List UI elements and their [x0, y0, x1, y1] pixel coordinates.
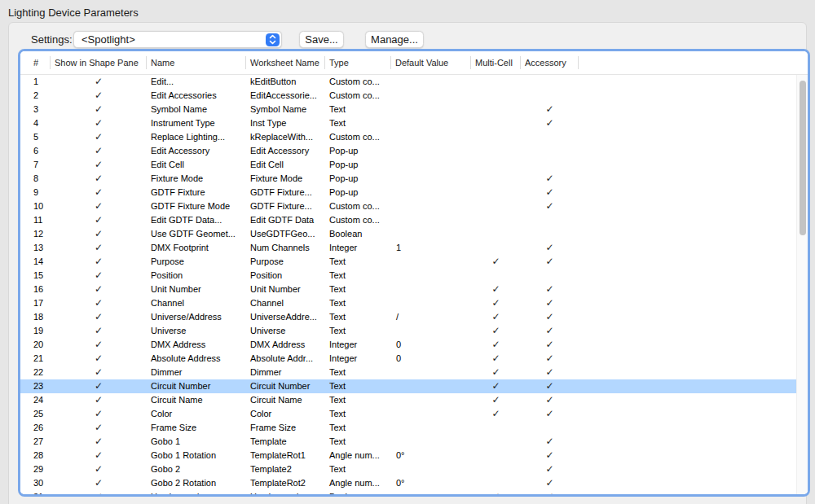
table-row[interactable]: 2✓Edit AccessoriesEditAccessorie...Custo… — [20, 89, 808, 103]
name-cell: Gobo 2 Rotation — [147, 476, 246, 490]
default-value-cell — [391, 130, 471, 144]
type-cell: Integer — [325, 338, 391, 352]
table-row[interactable]: 26✓Frame SizeFrame SizeText — [20, 421, 808, 435]
table-row[interactable]: 10✓GDTF Fixture ModeGDTF Fixture...Custo… — [20, 199, 808, 213]
table-row[interactable]: 22✓DimmerDimmerText✓✓ — [20, 366, 808, 379]
empty-cell — [471, 227, 521, 241]
column-header-number[interactable]: # — [20, 56, 51, 69]
column-header-type[interactable]: Type — [325, 56, 391, 69]
worksheet-name-cell: Num Channels — [246, 241, 325, 255]
table-row[interactable]: 19✓UniverseUniverseText✓✓ — [20, 324, 808, 338]
check-icon: ✓ — [51, 283, 147, 296]
column-header-default-value[interactable]: Default Value — [391, 56, 471, 69]
table-row[interactable]: 18✓Universe/AddressUniverseAddre...Text/… — [20, 310, 808, 324]
table-row[interactable]: 3✓Symbol NameSymbol NameText✓ — [20, 103, 808, 116]
check-icon: ✓ — [471, 283, 521, 296]
table-row[interactable]: 8✓Fixture ModeFixture ModePop-up✓ — [20, 172, 808, 186]
default-value-cell — [391, 490, 471, 497]
name-cell: Unit Number — [147, 283, 246, 296]
table-row[interactable]: 29✓Gobo 2Template2Text✓ — [20, 462, 808, 476]
check-icon: ✓ — [521, 324, 579, 338]
table-row[interactable]: 23✓Circuit NumberCircuit NumberText✓✓ — [20, 379, 808, 393]
check-icon: ✓ — [51, 393, 147, 407]
check-icon: ✓ — [51, 476, 147, 490]
type-cell: Angle num... — [325, 449, 391, 462]
scrollbar-thumb[interactable] — [800, 81, 806, 235]
check-icon: ✓ — [51, 338, 147, 352]
row-number: 15 — [20, 269, 51, 283]
type-cell: Angle num... — [325, 476, 391, 490]
save-button[interactable]: Save... — [299, 31, 344, 48]
table-row[interactable]: 9✓GDTF FixtureGDTF Fixture...Pop-up✓ — [20, 186, 808, 199]
check-icon: ✓ — [471, 324, 521, 338]
default-value-cell: 0° — [391, 476, 471, 490]
table-row[interactable]: 6✓Edit AccessoryEdit AccessoryPop-up — [20, 144, 808, 158]
empty-cell — [471, 158, 521, 172]
table-row[interactable]: 14✓PurposePurposeText✓✓ — [20, 255, 808, 269]
table-row[interactable]: 24✓Circuit NameCircuit NameText✓✓ — [20, 393, 808, 407]
table-row[interactable]: 28✓Gobo 1 RotationTemplateRot1Angle num.… — [20, 449, 808, 462]
empty-cell — [521, 269, 579, 283]
column-header-worksheet-name[interactable]: Worksheet Name — [246, 56, 325, 69]
column-header-multi-cell[interactable]: Multi-Cell — [471, 56, 521, 69]
check-icon: ✓ — [521, 462, 579, 476]
column-header-accessory[interactable]: Accessory — [521, 56, 579, 69]
table-row[interactable]: 31✓Use LegendUse LegendBoolean✓✓ — [20, 490, 808, 497]
check-icon: ✓ — [521, 393, 579, 407]
column-header-filler — [579, 56, 808, 69]
check-icon: ✓ — [521, 449, 579, 462]
row-number: 25 — [20, 407, 51, 421]
filler-cell — [579, 338, 808, 352]
default-value-cell: 0 — [391, 338, 471, 352]
type-cell: Text — [325, 255, 391, 269]
column-header-show-in-shape-pane[interactable]: Show in Shape Pane — [51, 56, 147, 69]
filler-cell — [579, 172, 808, 186]
check-icon: ✓ — [51, 449, 147, 462]
up-down-chevrons-icon — [266, 33, 280, 46]
row-number: 9 — [20, 186, 51, 199]
table-row[interactable]: 25✓ColorColorText✓✓ — [20, 407, 808, 421]
worksheet-name-cell: Inst Type — [246, 116, 325, 130]
empty-cell — [521, 130, 579, 144]
vertical-scrollbar[interactable] — [796, 75, 808, 494]
worksheet-name-cell: Template2 — [246, 462, 325, 476]
filler-cell — [579, 269, 808, 283]
type-cell: Custom co... — [325, 75, 391, 89]
filler-cell — [579, 462, 808, 476]
name-cell: Edit GDTF Data... — [147, 213, 246, 227]
table-row[interactable]: 4✓Instrument TypeInst TypeText✓ — [20, 116, 808, 130]
settings-dropdown-value: <Spotlight> — [82, 32, 135, 47]
column-header-name[interactable]: Name — [147, 56, 246, 69]
table-row[interactable]: 27✓Gobo 1TemplateText✓ — [20, 435, 808, 449]
table-row[interactable]: 16✓Unit NumberUnit NumberText✓✓ — [20, 283, 808, 296]
table-row[interactable]: 11✓Edit GDTF Data...Edit GDTF DataCustom… — [20, 213, 808, 227]
default-value-cell — [391, 172, 471, 186]
worksheet-name-cell: EditAccessorie... — [246, 89, 325, 103]
table-row[interactable]: 30✓Gobo 2 RotationTemplateRot2Angle num.… — [20, 476, 808, 490]
table-row[interactable]: 20✓DMX AddressDMX AddressInteger0✓✓ — [20, 338, 808, 352]
name-cell: Fixture Mode — [147, 172, 246, 186]
empty-cell — [471, 103, 521, 116]
row-number: 12 — [20, 227, 51, 241]
table-row[interactable]: 17✓ChannelChannelText✓✓ — [20, 296, 808, 310]
table-row[interactable]: 7✓Edit CellEdit CellPop-up — [20, 158, 808, 172]
worksheet-name-cell: TemplateRot2 — [246, 476, 325, 490]
worksheet-name-cell: UseGDTFGeo... — [246, 227, 325, 241]
check-icon: ✓ — [51, 75, 147, 89]
table-row[interactable]: 5✓Replace Lighting...kReplaceWith...Cust… — [20, 130, 808, 144]
settings-label: Settings: — [31, 33, 73, 46]
table-row[interactable]: 12✓Use GDTF Geomet...UseGDTFGeo...Boolea… — [20, 227, 808, 241]
check-icon: ✓ — [51, 490, 147, 497]
table-row[interactable]: 15✓PositionPositionText — [20, 269, 808, 283]
settings-dropdown[interactable]: <Spotlight> — [73, 31, 282, 48]
check-icon: ✓ — [51, 172, 147, 186]
table-row[interactable]: 1✓Edit...kEditButtonCustom co... — [20, 75, 808, 89]
table-row[interactable]: 13✓DMX FootprintNum ChannelsInteger1✓ — [20, 241, 808, 255]
manage-button[interactable]: Manage... — [365, 31, 424, 48]
default-value-cell — [391, 116, 471, 130]
check-icon: ✓ — [521, 490, 579, 497]
type-cell: Text — [325, 103, 391, 116]
table-row[interactable]: 21✓Absolute AddressAbsolute Addr...Integ… — [20, 352, 808, 366]
empty-cell — [471, 172, 521, 186]
type-cell: Text — [325, 421, 391, 435]
